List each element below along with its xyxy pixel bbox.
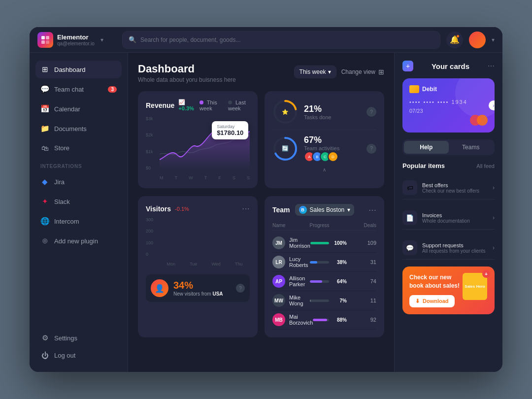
visitors-card: Visitors -0.1% ⋯ 3002001000 [138,196,258,337]
sidebar-label-documents: Documents [54,125,87,133]
tab-help[interactable]: Help [404,141,449,154]
legend-this-week: This week [200,100,221,111]
table-row: AP Allison Parker 64% 74 [272,272,376,291]
team-chat-badge: 3 [108,86,117,93]
slack-icon: ✦ [40,197,49,206]
card-chip-icon [409,85,419,93]
sidebar-item-store[interactable]: 🛍 Store [35,139,122,157]
revenue-tooltip: Saturday $1780.10 [212,121,248,139]
notification-button[interactable]: 🔔 [446,32,463,48]
svg-rect-3 [46,40,49,44]
page-title-area: Dashboard Whole data about yoru buisness… [138,63,236,83]
search-bar[interactable]: 🔍 Search for people, document, goods... [122,31,440,49]
sidebar-label-intercom: Intercom [54,218,79,225]
add-card-button[interactable]: + [402,61,413,71]
progress-bar-fill [310,261,317,264]
top-cards-row: Revenue 📈 +0.3% This week Last week [138,91,384,188]
deals-cell: 31 [347,259,376,265]
change-view-button[interactable]: Change view ⊞ [341,68,384,76]
offers-icon: 🏷 [402,180,417,195]
header: Elementor qa@elementor.io ▾ 🔍 Search for… [30,27,502,53]
user-avatar[interactable] [469,32,486,48]
tasks-label: Tasks done [304,114,361,120]
popular-item-support[interactable]: 💬 Support requests All requests from you… [402,236,495,260]
member-avatar: AP [272,275,285,288]
page-header: Dashboard Whole data about yoru buisness… [138,63,384,83]
revenue-x-labels: MTWTFSS [160,175,250,180]
sidebar-item-logout[interactable]: ⏻ Log out [35,347,122,364]
progress-pct: 38% [332,260,347,265]
member-cell: JM Jim Morrison [272,236,310,249]
sidebar-label-logout: Log out [54,352,75,359]
grid-icon: ⊞ [378,68,384,76]
week-selector[interactable]: This week ▾ [294,66,336,78]
invoices-sub: Whole documentation [422,218,488,224]
sidebar-item-calendar[interactable]: 📅 Calendar [35,100,122,118]
sidebar-item-add-plugin[interactable]: ⊕ Add new plugin [35,232,122,250]
progress-bar-bg [310,242,329,244]
visitors-x-labels: MonTueWedThu [160,262,250,266]
sidebar-item-slack[interactable]: ✦ Slack [35,193,122,210]
main-content: Dashboard Whole data about yoru buisness… [128,53,394,372]
debit-card-type: Debit [409,85,488,93]
jira-icon: ◆ [40,177,49,186]
team-selector-dot: B [299,206,307,214]
member-cell: LR Lucy Roberts [272,256,310,268]
stats-card: ⭐ 21% Tasks done ? [265,91,384,188]
sidebar-item-team-chat[interactable]: 💬 Team chat 3 [35,80,122,98]
header-chevron-icon[interactable]: ▾ [492,36,495,43]
sidebar-label-slack: Slack [54,198,70,205]
tab-teams[interactable]: Teams [449,141,494,154]
activities-info-button[interactable]: ? [366,144,376,154]
progress-pct: 88% [332,317,347,323]
visitors-menu-icon[interactable]: ⋯ [242,204,250,213]
visitors-stat-icon: 👤 [151,279,168,297]
stat-divider [272,130,376,130]
notification-dot [456,34,460,38]
svg-rect-2 [41,40,45,44]
popular-item-invoices[interactable]: 📄 Invoices Whole documentation › [402,206,495,230]
card-logo [470,115,488,126]
tasks-info-button[interactable]: ? [366,107,376,117]
card-next-button[interactable]: › [489,100,495,110]
sidebar-label-dashboard: Dashboard [54,66,86,73]
progress-bar-bg [310,261,330,264]
all-feed-link[interactable]: All feed [476,163,495,169]
activities-stat: 🔄 67% Team activities A B C D [272,135,376,162]
sidebar-item-settings[interactable]: ⚙ Settings [35,329,122,347]
sidebar-item-dashboard[interactable]: ⊞ Dashboard [35,61,122,78]
cards-title: Your cards [432,62,469,70]
activities-avatars: A B C D [304,151,361,162]
visitors-info-button[interactable]: ? [236,284,245,293]
support-sub: All requests from your clients [422,248,488,254]
visitors-bars [160,217,250,257]
deals-cell: 11 [347,298,376,303]
logo-chevron-icon[interactable]: ▾ [100,36,103,43]
popular-title: Popular items [402,162,445,169]
team-selector[interactable]: B Sales Boston ▾ [295,204,355,216]
progress-cell: 64% [310,279,347,284]
team-menu-icon[interactable]: ⋯ [368,205,376,215]
progress-bar-bg [310,280,330,283]
offers-title: Best offers [422,182,488,188]
sidebar-item-jira[interactable]: ◆ Jira [35,173,122,191]
logo-area: Elementor qa@elementor.io ▾ [37,32,116,48]
revenue-title: Revenue [146,101,174,109]
popular-item-offers[interactable]: 🏷 Best offers Check our new best offers … [402,176,495,200]
tasks-percent: 21% [304,104,361,114]
progress-pct: 7% [332,298,347,303]
panel-menu-icon[interactable]: ⋯ [488,62,495,70]
svg-rect-1 [46,36,49,39]
stats-collapse-icon[interactable]: ∧ [272,167,376,172]
member-avatar: MW [272,294,285,307]
search-icon: 🔍 [129,36,136,43]
promo-download-button[interactable]: ⬇ Download [409,295,455,307]
sidebar-item-intercom[interactable]: 🌐 Intercom [35,212,122,230]
invoices-chevron-icon: › [493,214,495,221]
avatar-4: D [328,151,338,162]
progress-bar-bg [313,319,329,321]
progress-cell: 88% [313,317,347,323]
activities-ring: 🔄 [272,136,298,162]
sidebar-item-documents[interactable]: 📁 Documents [35,120,122,137]
right-panel: + Your cards ⋯ Debit •••• •••• •••• 1934… [394,53,502,372]
